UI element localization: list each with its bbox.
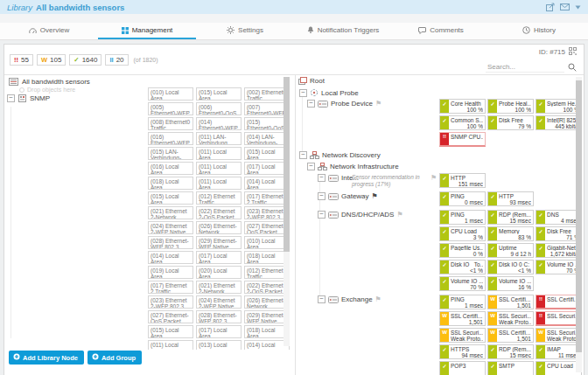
open-new-window-icon[interactable] — [546, 3, 555, 11]
library-sensor-item[interactable]: (013) Local — [196, 340, 242, 350]
sensor-tile-ssl-securi[interactable]: WSSL Securi...Weak Proto... — [487, 311, 534, 326]
sensor-tile-rdp-rem[interactable]: ✓RDP (Rem...15 msec — [487, 344, 534, 359]
library-sensor-item[interactable]: (011) Local Area — [196, 162, 242, 175]
tab-management[interactable]: Management — [98, 23, 196, 39]
library-sensor-item[interactable]: (010) Local Area — [148, 87, 193, 101]
sensor-tile-common-s[interactable]: ✓Common S...100 % — [439, 115, 486, 130]
sensor-tile-volume-io[interactable]: ✓Volume IO ...70 % — [439, 276, 486, 291]
library-sensor-item[interactable]: (028) Ethernet-WFP 802.3 — [196, 310, 242, 323]
right-scrollbar[interactable] — [576, 77, 582, 372]
library-sensor-item[interactable]: (019) Local Area — [148, 266, 193, 279]
tab-comments[interactable]: Comments — [392, 23, 490, 39]
library-sensor-item[interactable]: (024) Ethernet 2-WFP Native — [148, 221, 193, 234]
sensor-tile-https[interactable]: ✓HTTPS94 msec — [439, 344, 486, 359]
sensor-tile-ping[interactable]: ✓PING1 msec — [439, 295, 486, 309]
device-row-dns-dhcp-ads[interactable]: −DNS/DHCP/ADS⚑✓PING1 msec✓RDP (Rem...15 … — [296, 210, 575, 291]
library-sensor-item[interactable]: (029) Ethernet-WFP Native — [196, 236, 242, 249]
collapse-toggle[interactable]: − — [318, 174, 326, 182]
badge-down-count[interactable]: !!55 — [10, 54, 33, 66]
library-sensor-item[interactable]: (015) Local Area — [148, 191, 193, 205]
library-sensor-item[interactable]: (012) Ethernet Traffic — [196, 191, 242, 205]
collapse-toggle[interactable]: − — [318, 295, 326, 303]
tab-notification-triggers[interactable]: Notification Triggers — [294, 23, 392, 39]
library-sensor-item[interactable]: (015) Local Area — [148, 325, 193, 338]
badge-warning-count[interactable]: W105 — [37, 54, 66, 66]
sensor-tile-http[interactable]: ✓HTTP151 msec — [439, 173, 486, 188]
library-sensor-item[interactable]: (014) Ethernet0-WFP Native — [196, 117, 242, 130]
qr-code-icon[interactable] — [569, 47, 577, 57]
collapse-toggle[interactable]: − — [318, 211, 326, 219]
collapse-toggle[interactable]: − — [307, 100, 315, 108]
sensor-tile-uptime[interactable]: ✓Uptime9 d 12 h — [487, 243, 534, 258]
sensor-tile-ssl-certifi[interactable]: WSSL Certifi...1,501 — [487, 295, 534, 309]
sensor-tile-probe-heal[interactable]: ✓Probe Heal...100 % — [487, 99, 534, 114]
sensor-tile-ssl-certifi[interactable]: WSSL Certifi...1,501 — [487, 328, 534, 343]
library-sensor-item[interactable]: (026) Ethernet-Network — [196, 221, 242, 234]
tab-settings[interactable]: Settings — [196, 23, 294, 39]
device-row-probe-device[interactable]: −Probe Device⚑✓Core Health100 %✓Probe He… — [296, 99, 575, 147]
email-icon[interactable] — [560, 3, 570, 10]
collapse-toggle[interactable]: − — [7, 94, 15, 102]
library-sensor-item[interactable]: (024) Ethernet 2-WFP Native — [196, 295, 242, 309]
library-sensor-item[interactable]: (011) Local Area — [196, 147, 242, 160]
search-icon[interactable] — [568, 59, 577, 75]
library-sensor-item[interactable]: (018) Local Area — [148, 177, 193, 190]
left-scrollbar-thumb[interactable] — [284, 77, 290, 252]
search-input[interactable] — [486, 62, 564, 73]
right-scrollbar-thumb[interactable] — [576, 80, 582, 352]
sensor-tile-disk-io-to[interactable]: ✓Disk IO _To...<1 % — [439, 260, 486, 274]
library-sensor-item[interactable]: (011) LAN-Verbindung — [196, 132, 242, 145]
sensor-tile-memory[interactable]: ✓Memory83 % — [487, 226, 534, 241]
collapse-toggle[interactable]: − — [299, 89, 307, 97]
library-sensor-item[interactable]: (015) Local Area — [196, 87, 242, 101]
badge-paused-count[interactable]: II20 — [105, 54, 128, 66]
breadcrumb-section[interactable]: Library — [7, 3, 32, 12]
library-sensor-item[interactable]: (017) Ethernet 2 Traffic — [148, 281, 193, 294]
library-sensor-item[interactable]: (014) Local Area — [148, 251, 193, 264]
library-sensor-item[interactable]: (015) LAN-Verbindung- — [148, 147, 193, 160]
library-sensor-item[interactable]: (022) Ethernet 2-QoS Packet — [196, 206, 242, 219]
caret-down-icon[interactable] — [575, 5, 581, 10]
library-sensor-item[interactable]: (016) Ethernet0-WFP 802.3 — [148, 132, 193, 145]
library-sensor-item[interactable]: (005) Ethernet0-WFP Native — [148, 102, 193, 115]
add-library-node-button[interactable]: Add Library Node — [9, 351, 84, 365]
collapse-toggle[interactable]: − — [318, 192, 326, 200]
root-row-root[interactable]: Root — [296, 76, 575, 87]
badge-up-count[interactable]: ✓1640 — [69, 54, 102, 66]
library-sensor-item[interactable]: (020) Local Area — [196, 266, 242, 279]
sensor-tile-smtp[interactable]: ✓SMTP — [487, 361, 534, 375]
sensor-tile-http[interactable]: ✓HTTP93 msec — [487, 191, 534, 206]
sensor-tile-ping[interactable]: ✓PING1 msec — [439, 210, 486, 225]
device-row-gateway[interactable]: −Gateway⚑✓PING0 msec✓HTTP93 msec — [296, 191, 575, 206]
sensor-tile-disk-free[interactable]: ✓Disk Free79 % — [487, 115, 534, 130]
library-sensor-item[interactable]: (008) Ethernet0 Traffic — [148, 117, 193, 130]
sensor-tile-disk-io-0-c[interactable]: ✓Disk IO 0 C:<1 % — [487, 260, 534, 274]
library-sensor-item[interactable]: (027) Ethernet-QoS Packet — [148, 310, 193, 323]
sensor-tile-ssl-certifi[interactable]: WSSL Certifi...1,501 — [439, 311, 486, 326]
group-row-network-infrastructure[interactable]: −Network Infrastructure — [296, 162, 575, 173]
sensor-tile-pop3[interactable]: ✓POP3 — [439, 361, 486, 375]
probe-row-local-probe[interactable]: −Local Probe — [296, 87, 575, 99]
library-sensor-item[interactable]: (016) Local Area — [148, 162, 193, 175]
tab-history[interactable]: History — [490, 23, 588, 39]
library-sensor-item[interactable]: (021) Ethernet 2-Network — [196, 281, 242, 294]
library-sensor-item[interactable]: (011) Local Area — [196, 177, 242, 190]
sensor-tile-cpu-load[interactable]: ✓CPU Load3 % — [439, 226, 486, 241]
sensor-tile-ssl-securi[interactable]: WSSL Securi...Weak Proto... — [439, 328, 486, 343]
library-root-node[interactable]: All bandwidth sensors — [4, 74, 295, 86]
device-row-exchange[interactable]: −Exchange⚑✓PING1 msecWSSL Certifi...1,50… — [296, 295, 575, 375]
sensor-tile-core-health[interactable]: ✓Core Health100 % — [439, 99, 486, 114]
library-sensor-item[interactable]: (021) Ethernet 2-Network — [148, 206, 193, 219]
sensor-tile-ping[interactable]: ✓PING0 msec — [439, 191, 486, 206]
collapse-toggle[interactable]: − — [299, 151, 307, 159]
tab-overview[interactable]: Overview — [0, 23, 98, 39]
library-sensor-item[interactable]: (017) Local Area — [196, 251, 242, 264]
group-row-network-discovery[interactable]: −Network Discovery — [296, 150, 575, 162]
library-sensor-item[interactable]: (011) Local — [148, 340, 193, 350]
library-sensor-item[interactable]: (023) Ethernet 2-WFP 802.3 — [148, 295, 193, 309]
sensor-tile-volume-io[interactable]: ✓Volume IO ...16 % — [487, 276, 534, 291]
library-sensor-item[interactable]: (017) Local Area — [196, 325, 242, 338]
library-sensor-item[interactable]: (028) Ethernet-WFP 802.3 — [148, 236, 193, 249]
sensor-tile-rdp-rem[interactable]: ✓RDP (Rem...15 msec — [487, 210, 534, 225]
add-group-button[interactable]: Add Group — [88, 351, 142, 365]
